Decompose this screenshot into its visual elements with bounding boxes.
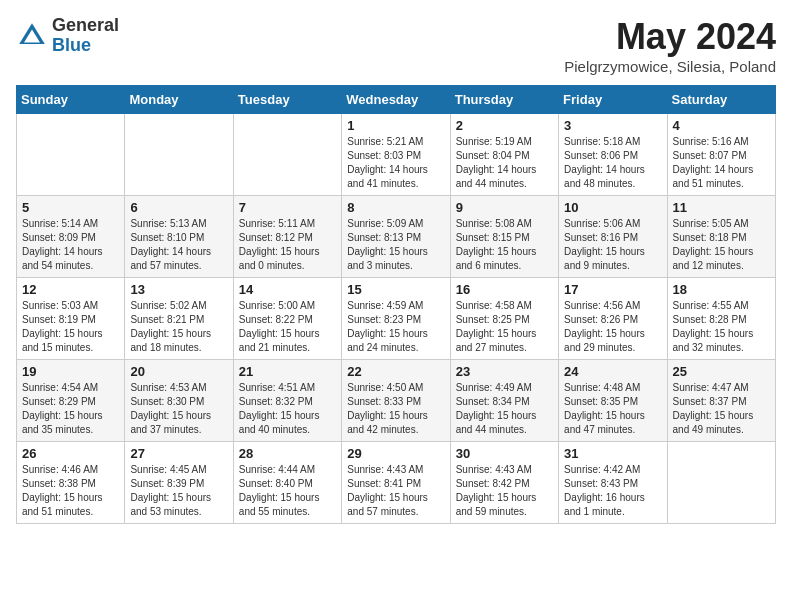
calendar-day-cell: 29Sunrise: 4:43 AM Sunset: 8:41 PM Dayli… bbox=[342, 442, 450, 524]
day-number: 20 bbox=[130, 364, 227, 379]
calendar-day-cell: 16Sunrise: 4:58 AM Sunset: 8:25 PM Dayli… bbox=[450, 278, 558, 360]
calendar-day-cell: 27Sunrise: 4:45 AM Sunset: 8:39 PM Dayli… bbox=[125, 442, 233, 524]
day-info: Sunrise: 4:59 AM Sunset: 8:23 PM Dayligh… bbox=[347, 299, 444, 355]
day-number: 15 bbox=[347, 282, 444, 297]
calendar-week-row: 26Sunrise: 4:46 AM Sunset: 8:38 PM Dayli… bbox=[17, 442, 776, 524]
calendar-day-cell: 17Sunrise: 4:56 AM Sunset: 8:26 PM Dayli… bbox=[559, 278, 667, 360]
calendar-day-cell: 20Sunrise: 4:53 AM Sunset: 8:30 PM Dayli… bbox=[125, 360, 233, 442]
calendar-week-row: 19Sunrise: 4:54 AM Sunset: 8:29 PM Dayli… bbox=[17, 360, 776, 442]
location-title: Pielgrzymowice, Silesia, Poland bbox=[564, 58, 776, 75]
weekday-header: Saturday bbox=[667, 86, 775, 114]
day-number: 4 bbox=[673, 118, 770, 133]
day-info: Sunrise: 5:21 AM Sunset: 8:03 PM Dayligh… bbox=[347, 135, 444, 191]
day-info: Sunrise: 4:50 AM Sunset: 8:33 PM Dayligh… bbox=[347, 381, 444, 437]
calendar-day-cell bbox=[667, 442, 775, 524]
logo: General Blue bbox=[16, 16, 119, 56]
calendar-day-cell: 23Sunrise: 4:49 AM Sunset: 8:34 PM Dayli… bbox=[450, 360, 558, 442]
logo-blue-text: Blue bbox=[52, 36, 119, 56]
day-info: Sunrise: 5:14 AM Sunset: 8:09 PM Dayligh… bbox=[22, 217, 119, 273]
page-header: General Blue May 2024 Pielgrzymowice, Si… bbox=[16, 16, 776, 75]
weekday-header: Friday bbox=[559, 86, 667, 114]
calendar-day-cell: 6Sunrise: 5:13 AM Sunset: 8:10 PM Daylig… bbox=[125, 196, 233, 278]
calendar-day-cell: 24Sunrise: 4:48 AM Sunset: 8:35 PM Dayli… bbox=[559, 360, 667, 442]
calendar-day-cell: 15Sunrise: 4:59 AM Sunset: 8:23 PM Dayli… bbox=[342, 278, 450, 360]
day-info: Sunrise: 5:11 AM Sunset: 8:12 PM Dayligh… bbox=[239, 217, 336, 273]
calendar-week-row: 1Sunrise: 5:21 AM Sunset: 8:03 PM Daylig… bbox=[17, 114, 776, 196]
day-number: 17 bbox=[564, 282, 661, 297]
day-info: Sunrise: 4:44 AM Sunset: 8:40 PM Dayligh… bbox=[239, 463, 336, 519]
day-number: 22 bbox=[347, 364, 444, 379]
calendar-day-cell: 1Sunrise: 5:21 AM Sunset: 8:03 PM Daylig… bbox=[342, 114, 450, 196]
day-number: 21 bbox=[239, 364, 336, 379]
calendar-day-cell: 5Sunrise: 5:14 AM Sunset: 8:09 PM Daylig… bbox=[17, 196, 125, 278]
weekday-header: Thursday bbox=[450, 86, 558, 114]
calendar-day-cell: 7Sunrise: 5:11 AM Sunset: 8:12 PM Daylig… bbox=[233, 196, 341, 278]
calendar-day-cell: 8Sunrise: 5:09 AM Sunset: 8:13 PM Daylig… bbox=[342, 196, 450, 278]
day-info: Sunrise: 4:55 AM Sunset: 8:28 PM Dayligh… bbox=[673, 299, 770, 355]
calendar-header-row: SundayMondayTuesdayWednesdayThursdayFrid… bbox=[17, 86, 776, 114]
logo-text: General Blue bbox=[52, 16, 119, 56]
day-info: Sunrise: 4:49 AM Sunset: 8:34 PM Dayligh… bbox=[456, 381, 553, 437]
day-info: Sunrise: 5:05 AM Sunset: 8:18 PM Dayligh… bbox=[673, 217, 770, 273]
logo-icon bbox=[16, 20, 48, 52]
day-info: Sunrise: 5:03 AM Sunset: 8:19 PM Dayligh… bbox=[22, 299, 119, 355]
calendar-day-cell bbox=[17, 114, 125, 196]
calendar-week-row: 5Sunrise: 5:14 AM Sunset: 8:09 PM Daylig… bbox=[17, 196, 776, 278]
calendar-day-cell: 22Sunrise: 4:50 AM Sunset: 8:33 PM Dayli… bbox=[342, 360, 450, 442]
day-info: Sunrise: 4:46 AM Sunset: 8:38 PM Dayligh… bbox=[22, 463, 119, 519]
weekday-header: Monday bbox=[125, 86, 233, 114]
day-number: 3 bbox=[564, 118, 661, 133]
day-number: 1 bbox=[347, 118, 444, 133]
day-info: Sunrise: 5:18 AM Sunset: 8:06 PM Dayligh… bbox=[564, 135, 661, 191]
day-number: 27 bbox=[130, 446, 227, 461]
calendar-day-cell: 28Sunrise: 4:44 AM Sunset: 8:40 PM Dayli… bbox=[233, 442, 341, 524]
day-number: 24 bbox=[564, 364, 661, 379]
day-info: Sunrise: 5:16 AM Sunset: 8:07 PM Dayligh… bbox=[673, 135, 770, 191]
day-info: Sunrise: 5:00 AM Sunset: 8:22 PM Dayligh… bbox=[239, 299, 336, 355]
calendar-day-cell: 12Sunrise: 5:03 AM Sunset: 8:19 PM Dayli… bbox=[17, 278, 125, 360]
month-title: May 2024 bbox=[564, 16, 776, 58]
day-number: 6 bbox=[130, 200, 227, 215]
day-number: 29 bbox=[347, 446, 444, 461]
calendar-day-cell: 18Sunrise: 4:55 AM Sunset: 8:28 PM Dayli… bbox=[667, 278, 775, 360]
day-number: 2 bbox=[456, 118, 553, 133]
title-block: May 2024 Pielgrzymowice, Silesia, Poland bbox=[564, 16, 776, 75]
day-number: 28 bbox=[239, 446, 336, 461]
day-info: Sunrise: 4:48 AM Sunset: 8:35 PM Dayligh… bbox=[564, 381, 661, 437]
calendar-day-cell: 26Sunrise: 4:46 AM Sunset: 8:38 PM Dayli… bbox=[17, 442, 125, 524]
calendar-day-cell: 13Sunrise: 5:02 AM Sunset: 8:21 PM Dayli… bbox=[125, 278, 233, 360]
day-number: 12 bbox=[22, 282, 119, 297]
day-info: Sunrise: 4:45 AM Sunset: 8:39 PM Dayligh… bbox=[130, 463, 227, 519]
calendar-day-cell: 10Sunrise: 5:06 AM Sunset: 8:16 PM Dayli… bbox=[559, 196, 667, 278]
day-number: 31 bbox=[564, 446, 661, 461]
day-number: 11 bbox=[673, 200, 770, 215]
logo-general-text: General bbox=[52, 16, 119, 36]
day-number: 23 bbox=[456, 364, 553, 379]
day-number: 5 bbox=[22, 200, 119, 215]
day-info: Sunrise: 5:02 AM Sunset: 8:21 PM Dayligh… bbox=[130, 299, 227, 355]
weekday-header: Tuesday bbox=[233, 86, 341, 114]
calendar-day-cell: 9Sunrise: 5:08 AM Sunset: 8:15 PM Daylig… bbox=[450, 196, 558, 278]
calendar-day-cell: 4Sunrise: 5:16 AM Sunset: 8:07 PM Daylig… bbox=[667, 114, 775, 196]
calendar-day-cell: 14Sunrise: 5:00 AM Sunset: 8:22 PM Dayli… bbox=[233, 278, 341, 360]
day-info: Sunrise: 4:43 AM Sunset: 8:41 PM Dayligh… bbox=[347, 463, 444, 519]
calendar-day-cell: 3Sunrise: 5:18 AM Sunset: 8:06 PM Daylig… bbox=[559, 114, 667, 196]
day-info: Sunrise: 4:51 AM Sunset: 8:32 PM Dayligh… bbox=[239, 381, 336, 437]
day-number: 19 bbox=[22, 364, 119, 379]
day-number: 7 bbox=[239, 200, 336, 215]
day-info: Sunrise: 4:42 AM Sunset: 8:43 PM Dayligh… bbox=[564, 463, 661, 519]
calendar-day-cell: 19Sunrise: 4:54 AM Sunset: 8:29 PM Dayli… bbox=[17, 360, 125, 442]
day-info: Sunrise: 4:58 AM Sunset: 8:25 PM Dayligh… bbox=[456, 299, 553, 355]
day-number: 26 bbox=[22, 446, 119, 461]
day-info: Sunrise: 4:43 AM Sunset: 8:42 PM Dayligh… bbox=[456, 463, 553, 519]
day-number: 25 bbox=[673, 364, 770, 379]
day-number: 10 bbox=[564, 200, 661, 215]
day-number: 9 bbox=[456, 200, 553, 215]
calendar-table: SundayMondayTuesdayWednesdayThursdayFrid… bbox=[16, 85, 776, 524]
calendar-day-cell: 30Sunrise: 4:43 AM Sunset: 8:42 PM Dayli… bbox=[450, 442, 558, 524]
day-info: Sunrise: 5:19 AM Sunset: 8:04 PM Dayligh… bbox=[456, 135, 553, 191]
calendar-week-row: 12Sunrise: 5:03 AM Sunset: 8:19 PM Dayli… bbox=[17, 278, 776, 360]
day-info: Sunrise: 5:13 AM Sunset: 8:10 PM Dayligh… bbox=[130, 217, 227, 273]
day-info: Sunrise: 5:06 AM Sunset: 8:16 PM Dayligh… bbox=[564, 217, 661, 273]
day-info: Sunrise: 5:08 AM Sunset: 8:15 PM Dayligh… bbox=[456, 217, 553, 273]
